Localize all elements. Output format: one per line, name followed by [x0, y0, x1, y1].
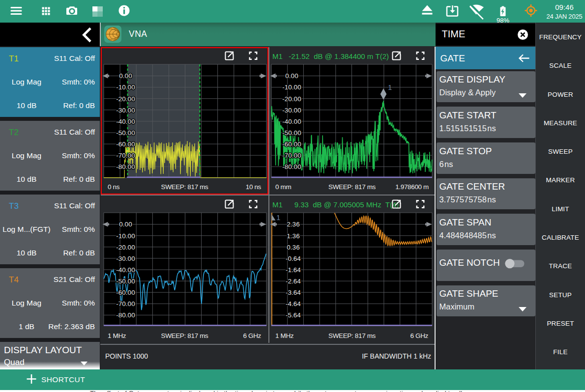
- svg-text:-20.00: -20.00: [282, 95, 301, 103]
- svg-text:-3.64: -3.64: [286, 289, 301, 296]
- svg-text:-5.64: -5.64: [286, 311, 301, 319]
- svg-text:-50.00: -50.00: [116, 278, 135, 285]
- svg-text:2.36: 2.36: [287, 221, 299, 228]
- svg-text:-20.00: -20.00: [116, 244, 135, 251]
- svg-text:-10.00: -10.00: [116, 84, 135, 91]
- svg-text:-20.00: -20.00: [116, 95, 135, 103]
- svg-text:-10.00: -10.00: [116, 232, 135, 240]
- svg-text:1: 1: [276, 213, 280, 222]
- svg-text:-50.00: -50.00: [282, 129, 301, 137]
- svg-text:0.00: 0.00: [119, 221, 132, 228]
- svg-text:-70.00: -70.00: [282, 152, 301, 159]
- svg-text:1.36: 1.36: [287, 232, 299, 240]
- svg-text:-30.00: -30.00: [116, 107, 135, 114]
- svg-text:-40.00: -40.00: [116, 118, 135, 125]
- svg-text:-30.00: -30.00: [116, 255, 135, 262]
- svg-text:-10.00: -10.00: [282, 84, 301, 91]
- svg-text:-4.64: -4.64: [286, 300, 301, 308]
- svg-text:-40.00: -40.00: [116, 266, 135, 274]
- svg-text:-60.00: -60.00: [282, 140, 301, 148]
- svg-text:-0.64: -0.64: [286, 255, 301, 262]
- svg-text:-50.00: -50.00: [116, 129, 135, 137]
- svg-text:-2.64: -2.64: [286, 278, 301, 285]
- svg-text:-30.00: -30.00: [282, 107, 301, 114]
- svg-text:-60.00: -60.00: [116, 289, 135, 296]
- svg-text:-80.00: -80.00: [282, 163, 301, 170]
- svg-text:1: 1: [388, 83, 392, 91]
- svg-text:-70.00: -70.00: [116, 152, 135, 159]
- svg-text:-60.00: -60.00: [116, 140, 135, 148]
- svg-text:0.00: 0.00: [119, 72, 132, 80]
- svg-text:-70.00: -70.00: [116, 300, 135, 308]
- svg-text:-40.00: -40.00: [282, 118, 301, 125]
- svg-text:-80.00: -80.00: [116, 163, 135, 170]
- svg-text:-1.64: -1.64: [286, 266, 301, 274]
- svg-text:-80.00: -80.00: [116, 311, 135, 319]
- svg-text:0.36: 0.36: [287, 244, 299, 251]
- svg-text:0.00: 0.00: [285, 72, 298, 80]
